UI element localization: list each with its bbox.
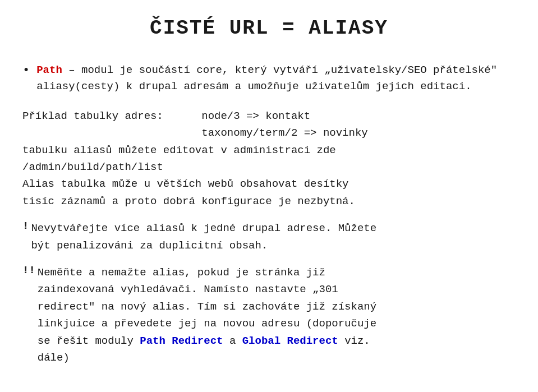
page-title: ČISTÉ URL = ALIASY [22,17,516,40]
exclamation-single: ! [22,220,29,232]
section-warning2: !! Neměňte a nemažte alias, pokud je str… [22,264,516,366]
path-keyword: Path [36,64,62,76]
warning1-text: Nevytvářejte více aliasů k jedné drupal … [31,220,376,254]
bullet-icon: • [22,63,30,77]
section-warning1: ! Nevytvářejte více aliasů k jedné drupa… [22,220,516,254]
section-path-text: – modul je součástí core, který vytváří … [36,64,497,93]
link-global-redirect: Global Redirect [242,335,338,347]
exclamation-double: !! [22,264,35,276]
warning2-text: Neměňte a nemažte alias, pokud je stránk… [38,264,376,366]
section-path: • Path – modul je součástí core, který v… [22,62,516,95]
link-path-redirect: Path Redirect [140,335,223,347]
section-path-content: Path – modul je součástí core, který vyt… [36,62,516,95]
section-example: Příklad tabulky adres: node/3 => kontakt… [22,108,516,210]
